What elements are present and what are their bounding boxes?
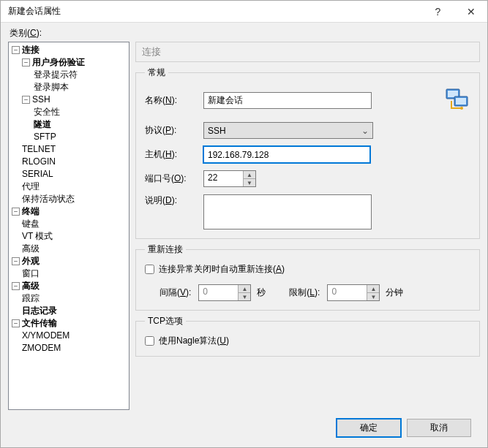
collapse-icon[interactable]: − bbox=[12, 319, 20, 327]
titlebar: 新建会话属性 ? ✕ bbox=[1, 1, 487, 23]
settings-pane: 连接 常规 名称(N): bbox=[135, 42, 480, 410]
name-label: 名称(N): bbox=[145, 94, 203, 107]
group-general-legend: 常规 bbox=[145, 67, 168, 79]
tree-node-keyboard[interactable]: 键盘 bbox=[9, 218, 129, 230]
dialog-window: 新建会话属性 ? ✕ 类别(C): −连接 −用户身份验证 登录提示符 登录脚本… bbox=[0, 0, 488, 448]
port-spinner[interactable]: 22 ▲▼ bbox=[203, 170, 256, 187]
tree-node-ssh[interactable]: −SSH 安全性 隧道 SFTP bbox=[9, 94, 129, 143]
tree-node-connection[interactable]: −连接 −用户身份验证 登录提示符 登录脚本 −SSH 安全性 隧道 SFTP … bbox=[9, 44, 129, 205]
tree-node-login-script[interactable]: 登录脚本 bbox=[9, 81, 129, 94]
protocol-select[interactable]: SSH ⌄ bbox=[203, 122, 373, 139]
tree-node-vt-mode[interactable]: VT 模式 bbox=[9, 230, 129, 243]
tree-node-user-auth[interactable]: −用户身份验证 登录提示符 登录脚本 bbox=[9, 56, 129, 94]
section-title: 连接 bbox=[135, 42, 480, 62]
protocol-label: 协议(P): bbox=[145, 124, 203, 137]
tree-node-tunnel[interactable]: 隧道 bbox=[9, 118, 129, 131]
tree-node-serial[interactable]: SERIAL bbox=[9, 168, 129, 181]
category-tree[interactable]: −连接 −用户身份验证 登录提示符 登录脚本 −SSH 安全性 隧道 SFTP … bbox=[8, 42, 129, 410]
tree-node-keepalive[interactable]: 保持活动状态 bbox=[9, 193, 129, 205]
spin-up-icon[interactable]: ▲ bbox=[367, 285, 379, 293]
row-protocol: 协议(P): SSH ⌄ bbox=[145, 122, 470, 139]
tree-node-advanced-group[interactable]: −高级 跟踪 日志记录 bbox=[9, 280, 129, 317]
ok-button[interactable]: 确定 bbox=[337, 419, 401, 437]
tree-node-advanced[interactable]: 高级 bbox=[9, 243, 129, 255]
spin-up-icon[interactable]: ▲ bbox=[244, 171, 255, 179]
seconds-label: 秒 bbox=[257, 286, 266, 299]
content-area: 类别(C): −连接 −用户身份验证 登录提示符 登录脚本 −SSH 安全性 隧… bbox=[1, 23, 487, 447]
collapse-icon[interactable]: − bbox=[12, 282, 20, 290]
chevron-down-icon: ⌄ bbox=[361, 126, 369, 136]
spin-up-icon[interactable]: ▲ bbox=[239, 285, 250, 293]
description-input[interactable] bbox=[203, 194, 372, 229]
row-description: 说明(D): bbox=[145, 194, 470, 229]
spin-down-icon[interactable]: ▼ bbox=[367, 293, 379, 300]
auto-reconnect-label: 连接异常关闭时自动重新连接(A) bbox=[159, 263, 285, 276]
interval-spinner[interactable]: 0 ▲▼ bbox=[198, 284, 251, 301]
host-label: 主机(H): bbox=[145, 148, 203, 161]
reconnect-controls: 间隔(V): 0 ▲▼ 秒 限制(L): 0 ▲▼ 分钟 bbox=[145, 284, 470, 301]
collapse-icon[interactable]: − bbox=[12, 208, 20, 216]
tree-node-security[interactable]: 安全性 bbox=[9, 106, 129, 118]
tree-node-xymodem[interactable]: X/YMODEM bbox=[9, 330, 129, 342]
group-general: 常规 名称(N): bbox=[135, 67, 480, 239]
limit-spinner[interactable]: 0 ▲▼ bbox=[327, 284, 380, 301]
help-button[interactable]: ? bbox=[421, 1, 454, 23]
tree-node-appearance[interactable]: −外观 窗口 bbox=[9, 255, 129, 280]
row-name: 名称(N): bbox=[145, 86, 470, 115]
group-reconnect: 重新连接 连接异常关闭时自动重新连接(A) 间隔(V): 0 ▲▼ 秒 限制( bbox=[135, 243, 480, 311]
tree-node-window[interactable]: 窗口 bbox=[9, 267, 129, 280]
collapse-icon[interactable]: − bbox=[12, 257, 20, 265]
collapse-icon[interactable]: − bbox=[22, 96, 30, 104]
svg-point-4 bbox=[460, 107, 463, 110]
close-button[interactable]: ✕ bbox=[454, 1, 487, 23]
svg-rect-3 bbox=[456, 98, 466, 105]
tree-node-rlogin[interactable]: RLOGIN bbox=[9, 156, 129, 168]
nagle-checkbox[interactable] bbox=[145, 336, 154, 346]
tree-node-telnet[interactable]: TELNET bbox=[9, 143, 129, 156]
collapse-icon[interactable]: − bbox=[12, 46, 20, 54]
limit-label: 限制(L): bbox=[289, 286, 320, 299]
tree-node-proxy[interactable]: 代理 bbox=[9, 181, 129, 193]
row-nagle: 使用Nagle算法(U) bbox=[145, 335, 470, 347]
tree-node-file-transfer[interactable]: −文件传输 X/YMODEM ZMODEM bbox=[9, 317, 129, 354]
tree-node-terminal[interactable]: −终端 键盘 VT 模式 高级 bbox=[9, 205, 129, 255]
host-input[interactable] bbox=[203, 146, 370, 163]
tree-node-sftp[interactable]: SFTP bbox=[9, 131, 129, 143]
nagle-label: 使用Nagle算法(U) bbox=[159, 335, 229, 347]
button-bar: 确定 取消 bbox=[8, 410, 480, 447]
spin-down-icon[interactable]: ▼ bbox=[239, 293, 250, 300]
group-reconnect-legend: 重新连接 bbox=[145, 243, 186, 256]
group-tcp: TCP选项 使用Nagle算法(U) bbox=[135, 315, 480, 357]
port-label: 端口号(O): bbox=[145, 172, 203, 185]
cancel-button[interactable]: 取消 bbox=[407, 419, 471, 437]
tree-node-login-prompt[interactable]: 登录提示符 bbox=[9, 69, 129, 81]
tree-node-logging[interactable]: 日志记录 bbox=[9, 305, 129, 317]
tree-node-zmodem[interactable]: ZMODEM bbox=[9, 342, 129, 354]
description-label: 说明(D): bbox=[145, 194, 203, 207]
minutes-label: 分钟 bbox=[386, 286, 403, 299]
collapse-icon[interactable]: − bbox=[22, 58, 30, 67]
category-label: 类别(C): bbox=[10, 27, 480, 39]
group-tcp-legend: TCP选项 bbox=[145, 315, 186, 327]
spin-down-icon[interactable]: ▼ bbox=[244, 179, 255, 186]
interval-label: 间隔(V): bbox=[159, 286, 191, 299]
main-area: −连接 −用户身份验证 登录提示符 登录脚本 −SSH 安全性 隧道 SFTP … bbox=[8, 42, 480, 410]
row-host: 主机(H): bbox=[145, 146, 470, 163]
name-input[interactable] bbox=[203, 92, 372, 109]
window-title: 新建会话属性 bbox=[8, 5, 421, 18]
row-auto-reconnect: 连接异常关闭时自动重新连接(A) bbox=[145, 263, 470, 276]
connection-icon bbox=[444, 86, 470, 115]
tree-node-trace[interactable]: 跟踪 bbox=[9, 292, 129, 305]
row-port: 端口号(O): 22 ▲▼ bbox=[145, 170, 470, 187]
auto-reconnect-checkbox[interactable] bbox=[145, 265, 154, 274]
